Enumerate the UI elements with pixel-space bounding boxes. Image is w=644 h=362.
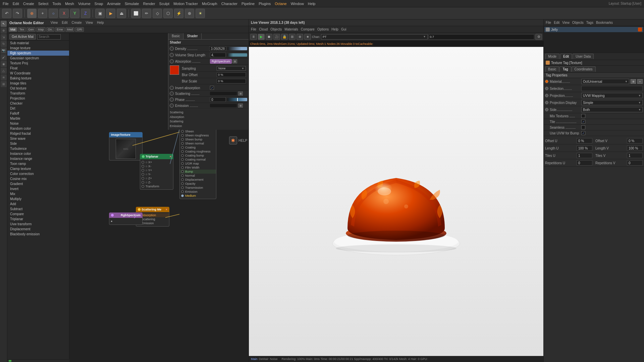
tag-tab[interactable]: Tag [559,66,571,72]
rgb-spectrum-node[interactable]: RgbSpectrum ● [109,213,143,225]
step-length-circle[interactable] [170,53,174,57]
lv-btn-settings[interactable]: ⚙ [535,34,542,40]
node-tab-med[interactable]: Med [65,27,75,32]
toolbar-light[interactable]: ☀ [196,9,205,18]
list-item-marble[interactable]: Marble [7,116,69,121]
sidebar-icon-rotate[interactable]: ↻ [1,41,7,47]
image-texture-node[interactable]: ImageTexture IMG [109,132,143,161]
step-length-value[interactable]: 4. [210,53,226,57]
rp-view-menu[interactable]: View [562,21,570,24]
lv-menu-gui[interactable]: Gui [341,27,346,31]
list-item-baking-texture[interactable]: Baking texture [7,76,69,81]
list-item-displacement[interactable]: Displacement [7,227,69,232]
sidebar-icon-material[interactable]: ◉ [1,61,7,67]
menu-tools[interactable]: Tools [52,2,61,6]
list-item-dirt[interactable]: Dirt [7,106,69,111]
offset-u-value[interactable]: 0 % [577,138,592,143]
list-item-turbulence[interactable]: Turbulence [7,146,69,151]
menu-create[interactable]: Create [23,2,34,6]
toolbar-redo[interactable]: ↷ [13,9,22,18]
sidebar-icon-move[interactable]: ⊕ [1,27,7,34]
mix-textures-checkbox[interactable] [581,114,585,118]
list-item-compare[interactable]: Compare [7,212,69,217]
node-editor-menu-help[interactable]: Help [97,21,104,24]
basic-tab[interactable]: Basic [545,66,559,72]
list-item-rgb-spectrum[interactable]: Rgb spectrum [7,51,69,56]
node-editor-menu-create[interactable]: Create [71,21,82,24]
node-editor-menu-edit[interactable]: Edit [62,21,67,24]
coordinates-tab[interactable]: Coordinates [572,66,596,72]
toolbar-render[interactable]: ▶ [106,9,115,18]
lv-btn-play[interactable]: ▶ [258,34,265,40]
list-item-add[interactable]: Add [7,201,69,206]
list-item-invert[interactable]: Invert [7,186,69,191]
invert-absorption-checkbox[interactable]: ✓ [210,86,214,90]
list-item-image-texture[interactable]: Image texture [7,46,69,51]
length-v-value[interactable]: 100 % [627,145,643,151]
list-item-checker[interactable]: Checker [7,101,69,106]
projection-dropdown[interactable]: UVW Mapping ▼ [581,93,643,98]
list-item-multiply[interactable]: Multiply [7,196,69,201]
use-uvw-checkbox[interactable]: ✓ [581,131,585,135]
seamless-checkbox[interactable] [581,125,585,129]
list-item-triplanar[interactable]: Triplanar [7,217,69,222]
list-item-mix[interactable]: Mix [7,191,69,196]
menu-render[interactable]: Render [143,2,155,6]
tile-checkbox[interactable]: ✓ [581,120,585,124]
menu-edit[interactable]: Edit [13,2,19,6]
list-item-sine-wave[interactable]: Sine wave [7,136,69,141]
list-item-texture-proj[interactable]: Texture Proj [7,61,69,66]
proj-display-dropdown[interactable]: Simple ▼ [581,100,643,105]
toolbar-polygon[interactable]: ◇ [153,9,162,18]
shader-tab-shader[interactable]: Shader [183,33,201,39]
toolbar-z-axis[interactable]: Z [81,9,90,18]
shader-tab-basic[interactable]: Basic [168,33,183,39]
rp-objects-menu[interactable]: Objects [572,21,584,24]
tiles-u-value[interactable]: 1 [577,153,592,158]
absorption-node-link[interactable]: RgbSpectrum [210,59,232,64]
lv-btn-cam[interactable]: 🎥 [273,34,280,40]
lv-btn-stop[interactable]: ⏹ [266,34,272,40]
tiles-v-value[interactable]: 1 [627,153,643,158]
list-item-float[interactable]: Float [7,66,69,71]
node-tab-on[interactable]: On. [46,27,55,32]
phase-slider[interactable] [227,98,247,101]
toolbar-undo[interactable]: ↶ [2,9,11,18]
menu-sculpt[interactable]: Sculpt [159,2,170,6]
sidebar-icon-sim[interactable]: ≋ [1,74,7,80]
menu-simulate[interactable]: Simulate [125,2,139,6]
material-edit-btn[interactable]: ⊞ [631,79,636,84]
sidebar-icon-snap[interactable]: ⊞ [1,81,7,87]
node-tab-mat[interactable]: Mat [9,27,17,32]
rep-u-value[interactable]: 0 [577,160,592,166]
list-item-projection[interactable]: Projection [7,96,69,101]
lv-menu-cloud[interactable]: Cloud [259,27,268,31]
search-input[interactable] [37,34,61,40]
toolbar-scale[interactable]: + [38,9,47,18]
density-value[interactable]: 3.050528 [209,46,226,51]
chan-dropdown[interactable]: PT ▼ [321,34,427,40]
scattering-link-btn[interactable]: ⊠ [238,92,243,96]
density-slider[interactable] [227,47,247,50]
lv-btn-focus[interactable]: ⊕ [297,34,303,40]
lv-btn-lock[interactable]: 🔒 [281,34,288,40]
emission-link-btn[interactable]: ⊠ [238,104,243,108]
menu-plugins[interactable]: Plugins [259,2,271,6]
sidebar-icon-scale[interactable]: ⇲ [1,34,7,40]
material-link-btn[interactable]: × [637,79,643,84]
lv-btn-post[interactable]: ★ [304,34,311,40]
list-item-sub-material[interactable]: Sub material [7,41,69,46]
toolbar-move[interactable]: ⊕ [27,9,37,18]
toolbar-render-all[interactable]: ⏏ [117,9,126,18]
view-label-main[interactable]: Main [251,357,258,361]
blur-offset-value[interactable]: 0 % [217,72,246,77]
lv-menu-file[interactable]: File [251,27,256,31]
sidebar-icon-select[interactable]: ↖ [1,21,7,27]
list-item-image-tiles[interactable]: Image tiles [7,81,69,86]
toolbar-rotate[interactable]: ○ [49,9,58,18]
absorption-color-swatch[interactable] [170,65,179,75]
lv-btn-region[interactable]: ⊞ [289,34,296,40]
list-item-toon-ramp[interactable]: Toon ramp [7,161,69,166]
list-item-cosine-mix[interactable]: Cosine mix [7,176,69,181]
menu-volume[interactable]: Volume [78,2,91,6]
